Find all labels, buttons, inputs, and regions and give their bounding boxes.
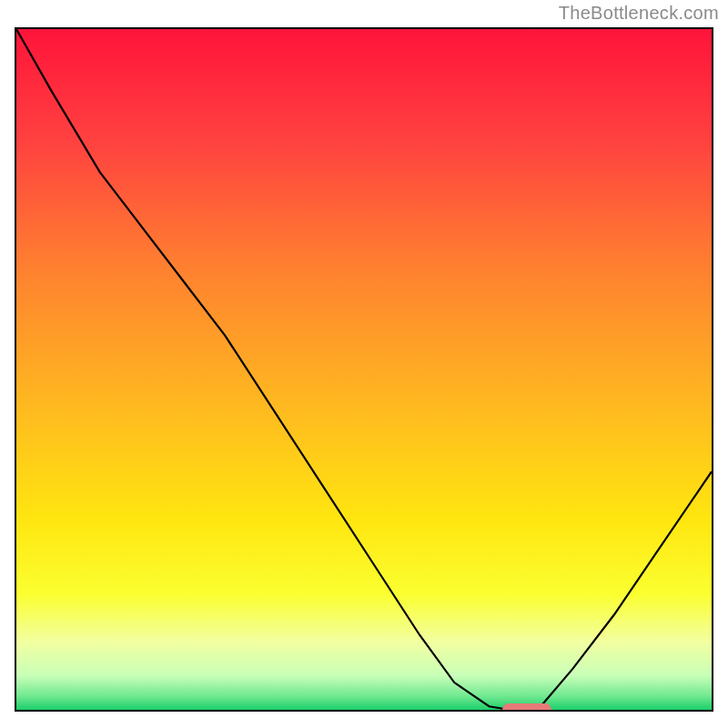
attribution-text: TheBottleneck.com — [559, 3, 719, 24]
optimal-marker — [502, 703, 551, 712]
bottleneck-curve — [16, 29, 712, 710]
plot-area — [15, 27, 713, 712]
